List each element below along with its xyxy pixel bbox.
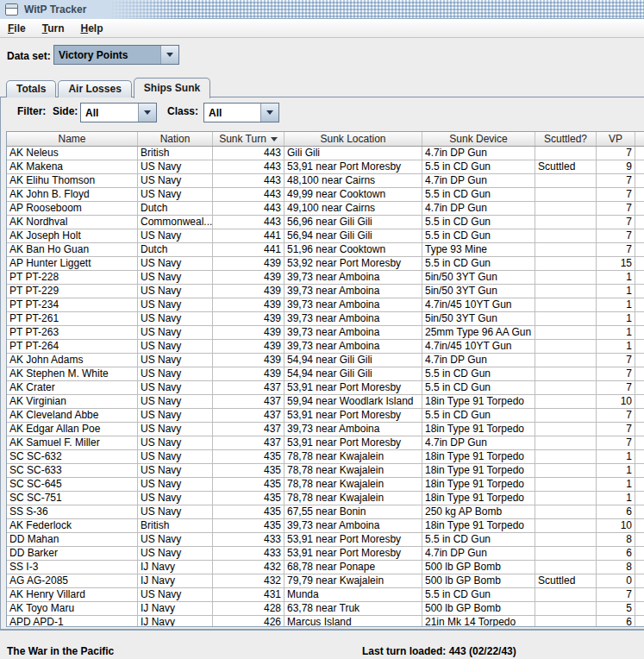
class-filter-combobox[interactable]: All [203, 103, 279, 122]
column-header-vp[interactable]: VP [597, 132, 635, 146]
side-filter-button[interactable] [138, 104, 156, 122]
column-header-scuttled-[interactable]: Scuttled? [535, 132, 597, 146]
table-row[interactable]: PT PT-234US Navy43939,73 near Amboina4.7… [7, 298, 644, 312]
column-header-name[interactable]: Name [7, 132, 138, 146]
table-row[interactable]: AP RooseboomDutch44349,100 near Cairns4.… [7, 202, 644, 216]
table-cell: PT PT-234 [7, 298, 138, 311]
table-cell: 439 [213, 354, 284, 367]
table-row[interactable]: PT PT-261US Navy43939,73 near Amboina5in… [7, 312, 644, 326]
table-cell [535, 409, 597, 422]
table-row[interactable]: AK VirginianUS Navy43759,94 near Woodlar… [7, 395, 644, 409]
table-row[interactable]: AK Edgar Allan PoeUS Navy43739,73 near A… [7, 423, 644, 436]
table-row[interactable]: PT PT-228US Navy43939,73 near Amboina5in… [7, 271, 644, 285]
table-row[interactable]: SS S-36US Navy43567,55 near Bonin250 kg … [7, 505, 644, 519]
table-cell: 439 [213, 326, 284, 339]
table-cell: US Navy [138, 436, 213, 449]
table-row[interactable]: SC SC-632US Navy43578,78 near Kwajalein1… [7, 450, 644, 464]
menu-file[interactable]: File [2, 20, 32, 37]
table-cell: 79,79 near Kwajalein [284, 574, 422, 587]
title-bar[interactable]: WitP Tracker [0, 0, 644, 19]
table-cell [535, 381, 597, 394]
class-filter-button[interactable] [260, 104, 278, 122]
table-row[interactable]: AK CraterUS Navy43753,91 near Port Mores… [7, 381, 644, 395]
table-row[interactable]: SS I-3IJ Navy43268,78 near Ponape500 lb … [7, 561, 644, 574]
table-row[interactable]: AK Cleveland AbbeUS Navy43753,91 near Po… [7, 409, 644, 423]
table-cell: PT PT-261 [7, 312, 138, 325]
dataset-combobox-button[interactable] [160, 46, 178, 64]
table-row[interactable]: SC SC-751US Navy43578,78 near Kwajalein1… [7, 492, 644, 505]
column-header-sunk-turn[interactable]: Sunk Turn [213, 132, 284, 146]
tab-ships-sunk[interactable]: Ships Sunk [134, 78, 210, 98]
table-cell: 4.7in DP Gun [422, 202, 535, 215]
table-cell: 7 [597, 188, 635, 201]
table-cell: US Navy [138, 450, 213, 463]
table-row[interactable]: PT PT-264US Navy43939,73 near Amboina4.7… [7, 340, 644, 354]
table-cell: AK Neleus [7, 147, 138, 160]
table-cell: 39,73 near Amboina [284, 312, 422, 325]
table-cell: SC SC-751 [7, 492, 138, 505]
table-cell [535, 436, 597, 449]
column-header-sunk-device[interactable]: Sunk Device [422, 132, 535, 146]
table-cell: Scuttled [535, 160, 597, 173]
table-cell: 1 [597, 478, 635, 491]
table-row[interactable]: APD APD-1IJ Navy426Marcus Island21in Mk … [7, 616, 644, 627]
table-row[interactable]: AK MakenaUS Navy44353,91 near Port Mores… [7, 160, 644, 174]
tab-air-losses[interactable]: Air Losses [58, 80, 131, 97]
table-row[interactable]: DD MahanUS Navy43353,91 near Port Moresb… [7, 533, 644, 547]
table-row[interactable]: AK John AdamsUS Navy43954,94 near Gili G… [7, 354, 644, 367]
table-row[interactable]: AK Joseph HoltUS Navy44156,94 near Gili … [7, 229, 644, 243]
table-row[interactable]: AK Elihu ThomsonUS Navy44348,100 near Ca… [7, 174, 644, 188]
filter-label: Filter: [17, 105, 46, 117]
table-row[interactable]: PT PT-263US Navy43939,73 near Amboina25m… [7, 326, 644, 340]
table-row[interactable]: SC SC-645US Navy43578,78 near Kwajalein1… [7, 478, 644, 492]
table-row[interactable]: AP Hunter LiggettUS Navy43953,92 near Po… [7, 257, 644, 271]
table-cell: 6 [597, 616, 635, 627]
table-cell: 443 [213, 202, 284, 215]
tab-totals[interactable]: Totals [6, 80, 56, 97]
table-row[interactable]: AK NordhvalCommonweal...44356,96 near Gi… [7, 216, 644, 229]
table-cell: 435 [213, 478, 284, 491]
table-row[interactable]: AG AG-2085IJ Navy43279,79 near Kwajalein… [7, 574, 644, 588]
table-row[interactable]: DD BarkerUS Navy43353,91 near Port Mores… [7, 547, 644, 561]
menu-help[interactable]: Help [74, 20, 109, 37]
table-row[interactable]: AK Ban Ho GuanDutch44151,96 near Cooktow… [7, 243, 644, 257]
table-row[interactable]: SC SC-633US Navy43578,78 near Kwajalein1… [7, 464, 644, 478]
table-row[interactable]: AK Samuel F. MillerUS Navy43753,91 near … [7, 436, 644, 450]
table-cell: PT PT-229 [7, 285, 138, 298]
table-cell: 433 [213, 533, 284, 546]
table-row[interactable]: AK Henry VillardUS Navy431Munda5.5 in CD… [7, 588, 644, 602]
table-cell: US Navy [138, 478, 213, 491]
table-cell: 443 [213, 174, 284, 187]
table-cell [535, 367, 597, 380]
table-row[interactable]: AK FederlockBritish43539,73 near Amboina… [7, 519, 644, 533]
table-cell: 7 [597, 409, 635, 422]
menu-turn[interactable]: Turn [36, 20, 71, 37]
table-cell: US Navy [138, 174, 213, 187]
table-cell [535, 423, 597, 436]
class-filter-label: Class: [167, 105, 198, 117]
table-cell: 0 [597, 574, 635, 587]
side-filter-combobox[interactable]: All [80, 103, 157, 122]
table-cell: 7 [597, 354, 635, 367]
column-header-sunk-location[interactable]: Sunk Location [284, 132, 422, 146]
column-header-label: VP [609, 132, 622, 146]
column-header-label: Scuttled? [544, 132, 587, 146]
table-row[interactable]: AK Toyo MaruIJ Navy42863,78 near Truk500… [7, 602, 644, 616]
table-cell: 4.7in DP Gun [422, 147, 535, 160]
table-row[interactable]: PT PT-229US Navy43939,73 near Amboina5in… [7, 285, 644, 298]
table-cell: AK Cleveland Abbe [7, 409, 138, 422]
table-cell: Type 93 Mine [422, 243, 535, 256]
table-cell: 437 [213, 423, 284, 436]
table-cell: 49,99 near Cooktown [284, 188, 422, 201]
table-cell: AK Stephen M. White [7, 367, 138, 380]
table-cell: AK Virginian [7, 395, 138, 408]
table-row[interactable]: AK NeleusBritish443Gili Gili4.7in DP Gun… [7, 147, 644, 160]
table-row[interactable]: AK John B. FloydUS Navy44349,99 near Coo… [7, 188, 644, 202]
dataset-combobox[interactable]: Victory Points [53, 45, 179, 65]
table-cell: Marcus Island [284, 616, 422, 627]
column-header-nation[interactable]: Nation [138, 132, 213, 146]
table-cell: US Navy [138, 505, 213, 518]
dataset-combobox-value: Victory Points [54, 46, 160, 64]
table-row[interactable]: AK Stephen M. WhiteUS Navy43954,94 near … [7, 367, 644, 381]
table-cell: AK Toyo Maru [7, 602, 138, 615]
